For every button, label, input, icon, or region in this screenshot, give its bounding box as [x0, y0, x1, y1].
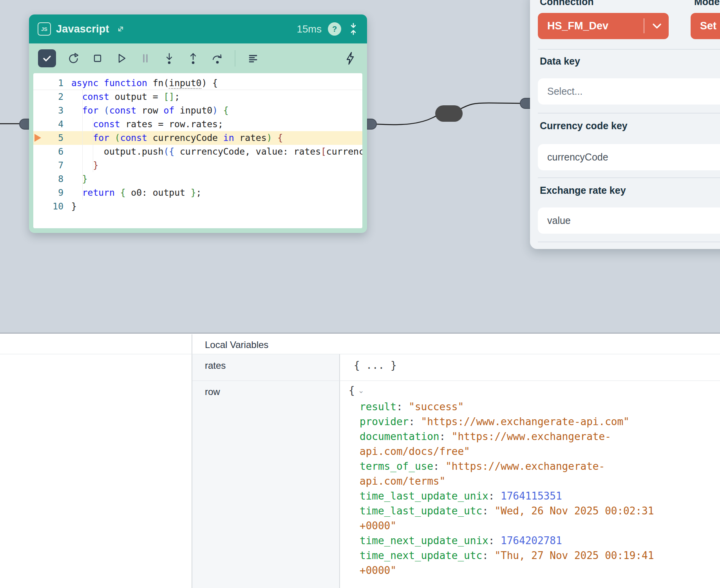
stop-icon	[91, 52, 104, 65]
exchange-rate-key-input[interactable]: value	[538, 207, 720, 234]
variable-name-rates[interactable]: rates	[205, 360, 226, 371]
section-divider	[538, 242, 720, 242]
variable-name-row[interactable]: row	[205, 386, 220, 397]
restart-icon	[67, 52, 80, 65]
json-entry: time_last_update_unix: 1764115351	[360, 489, 669, 503]
line-number[interactable]: 8	[33, 172, 63, 186]
restart-button[interactable]	[67, 52, 80, 65]
line-number[interactable]: 10	[33, 200, 63, 213]
javascript-node[interactable]: JS Javascript 15ms ?	[29, 14, 367, 233]
row-divider	[192, 381, 720, 381]
code-line[interactable]: }	[71, 172, 362, 186]
workflow-editor: JS Javascript 15ms ?	[0, 0, 720, 588]
format-button[interactable]	[247, 52, 259, 65]
connection-value: HS_FM_Dev	[547, 20, 608, 32]
node-title: Javascript	[56, 23, 109, 35]
step-out-icon	[187, 52, 199, 65]
help-icon[interactable]: ?	[328, 22, 341, 36]
play-icon	[115, 52, 128, 65]
code-line[interactable]: const rates = row.rates;	[71, 117, 362, 131]
collapse-icon[interactable]	[348, 23, 358, 35]
trigger-run-button[interactable]	[344, 51, 357, 65]
json-entry: time_last_update_utc: "Wed, 26 Nov 2025 …	[360, 503, 669, 533]
step-into-icon	[163, 52, 175, 65]
line-number[interactable]: 1	[33, 76, 63, 90]
lightning-icon	[344, 51, 357, 65]
pause-button[interactable]	[139, 52, 152, 65]
check-icon	[42, 53, 52, 63]
data-key-placeholder: Select...	[547, 86, 583, 97]
collapse-chevron-icon[interactable]: ⌄	[358, 386, 364, 395]
variable-value-rates[interactable]: { ... }	[354, 359, 397, 371]
section-divider	[538, 177, 720, 178]
json-entry: documentation: "https://www.exchangerate…	[360, 429, 669, 459]
currency-code-key-label: Currency code key	[540, 120, 628, 132]
exchange-rate-key-label: Exchange rate key	[540, 185, 626, 196]
mode-set-button[interactable]: Set	[691, 13, 720, 39]
step-over-icon	[211, 52, 223, 65]
json-entry: provider: "https://www.exchangerate-api.…	[360, 414, 669, 429]
step-out-button[interactable]	[187, 52, 199, 65]
line-number[interactable]: 3	[33, 104, 63, 117]
data-key-select[interactable]: Select...	[538, 78, 720, 105]
code-line[interactable]: }	[71, 159, 362, 172]
code-line[interactable]: const output = [];	[71, 90, 362, 104]
variable-value-row-open[interactable]: { ⌄	[349, 384, 364, 396]
json-entry: terms_of_use: "https://www.exchangerate-…	[360, 459, 669, 489]
line-number[interactable]: 7	[33, 159, 63, 172]
json-entry: result: "success"	[360, 399, 669, 414]
section-divider	[538, 49, 720, 50]
exchange-rate-key-value: value	[547, 215, 571, 226]
local-variables-title: Local Variables	[205, 339, 268, 350]
flow-canvas[interactable]: JS Javascript 15ms ?	[0, 0, 720, 334]
debug-variables-panel: Local Variables rates { ... } row { ⌄ re…	[0, 333, 720, 588]
panel-vertical-divider[interactable]	[192, 334, 192, 588]
chevron-down-icon	[652, 23, 662, 29]
mode-button-label: Set	[700, 20, 716, 32]
node-header[interactable]: JS Javascript 15ms ?	[29, 14, 367, 43]
debug-toolbar	[29, 43, 367, 73]
currency-code-key-value: currencyCode	[547, 152, 608, 163]
line-number-gutter[interactable]: 12345678910	[33, 76, 63, 213]
node-output-port[interactable]	[367, 119, 377, 130]
line-number[interactable]: 9	[33, 186, 63, 200]
format-icon	[247, 52, 259, 65]
step-into-button[interactable]	[163, 52, 175, 65]
code-content[interactable]: async function fn(input0) { const output…	[71, 76, 362, 213]
data-key-label: Data key	[540, 56, 580, 67]
node-input-port[interactable]	[19, 119, 29, 130]
run-check-button[interactable]	[38, 49, 56, 67]
debugger-position-arrow	[34, 134, 41, 142]
code-line[interactable]: for (const currencyCode in rates) {	[71, 131, 362, 145]
line-number[interactable]: 4	[33, 117, 63, 131]
connection-label: Connection	[540, 0, 594, 7]
code-line[interactable]: output.push({ currencyCode, value: rates…	[71, 145, 362, 159]
connection-select-button[interactable]: HS_FM_Dev	[538, 13, 669, 39]
variable-value-row-body: result: "success"provider: "https://www.…	[349, 399, 669, 578]
node-config-panel: Connection Mode HS_FM_Dev Set Data key S…	[530, 0, 720, 249]
wire-handle[interactable]	[435, 105, 463, 122]
open-brace: {	[349, 384, 355, 396]
pause-icon	[139, 52, 152, 65]
toolbar-divider	[235, 50, 235, 67]
currency-code-key-input[interactable]: currencyCode	[538, 144, 720, 170]
json-object-entries: result: "success"provider: "https://www.…	[360, 399, 669, 578]
mode-label: Mode	[694, 0, 720, 7]
json-entry: time_next_update_utc: "Thu, 27 Nov 2025 …	[360, 548, 669, 578]
code-line[interactable]: for (const row of input0) {	[71, 104, 362, 117]
stop-button[interactable]	[91, 52, 104, 65]
js-badge-icon: JS	[38, 22, 51, 36]
code-line[interactable]: }	[71, 200, 362, 213]
execution-duration: 15ms	[297, 23, 322, 35]
header-divider	[0, 354, 720, 354]
code-line[interactable]: async function fn(input0) {	[71, 76, 362, 90]
expand-icon[interactable]	[116, 24, 126, 34]
code-editor[interactable]: 12345678910 async function fn(input0) { …	[33, 73, 362, 228]
play-button[interactable]	[115, 52, 128, 65]
button-divider	[644, 18, 644, 33]
line-number[interactable]: 6	[33, 145, 63, 159]
json-entry: time_next_update_unix: 1764202781	[360, 533, 669, 548]
step-over-button[interactable]	[211, 52, 223, 65]
code-line[interactable]: return { o0: output };	[71, 186, 362, 200]
line-number[interactable]: 2	[33, 90, 63, 104]
